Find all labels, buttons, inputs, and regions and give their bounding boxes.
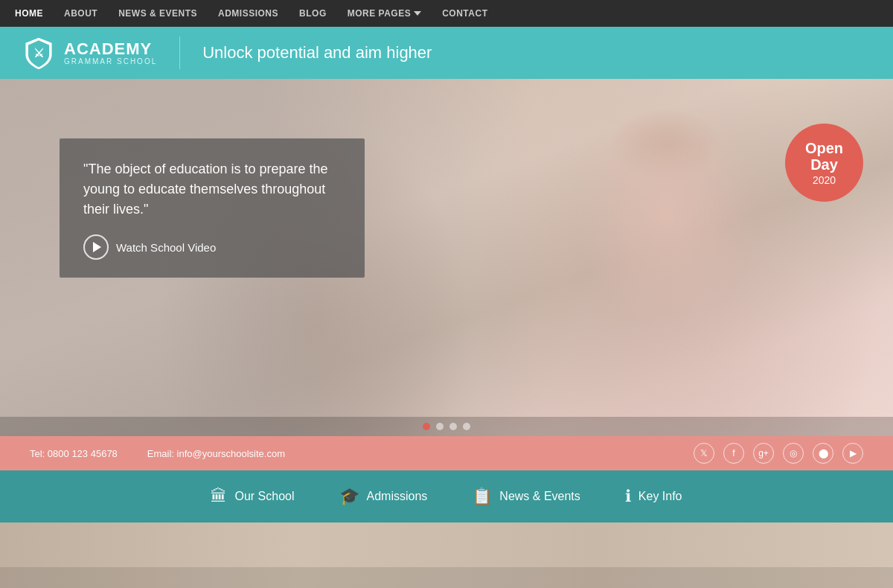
top-navigation: HOME ABOUT NEWS & EVENTS ADMISSIONS BLOG… xyxy=(0,0,893,27)
tel-number: 0800 123 45678 xyxy=(48,448,118,459)
admissions-label: Admissions xyxy=(367,490,428,503)
youtube-icon[interactable]: ▶ xyxy=(842,443,863,464)
bottom-nav-key-info[interactable]: ℹ Key Info xyxy=(625,487,682,506)
svg-text:⚔: ⚔ xyxy=(33,47,44,60)
carousel-dots xyxy=(0,417,893,436)
email-address: info@yourschoolsite.com xyxy=(177,448,285,459)
info-bar: Tel: 0800 123 45678 Email: info@yourscho… xyxy=(0,436,893,470)
flickr-icon[interactable]: ⬤ xyxy=(813,443,833,464)
dot-4[interactable] xyxy=(463,423,470,430)
phone-info: Tel: 0800 123 45678 xyxy=(30,448,118,459)
dot-3[interactable] xyxy=(449,423,457,430)
logo-area: ⚔ ACADEMY GRAMMAR SCHOOL xyxy=(22,36,180,69)
bottom-navigation: 🏛 Our School 🎓 Admissions 📋 News & Event… xyxy=(0,470,893,523)
twitter-icon[interactable]: 𝕏 xyxy=(694,443,714,464)
bottom-nav-news-events[interactable]: 📋 News & Events xyxy=(472,487,580,506)
admissions-icon: 🎓 xyxy=(339,487,359,506)
header-tagline: Unlock potential and aim higher xyxy=(202,43,432,63)
open-day-line2: Day xyxy=(810,156,838,173)
instagram-icon[interactable]: ◎ xyxy=(783,443,804,464)
our-school-icon: 🏛 xyxy=(211,487,227,506)
facebook-icon[interactable]: f xyxy=(723,443,744,464)
key-info-label: Key Info xyxy=(638,490,682,503)
school-name: ACADEMY xyxy=(64,41,157,57)
our-school-label: Our School xyxy=(234,490,294,503)
watch-video-label: Watch School Video xyxy=(116,241,216,254)
play-triangle-icon xyxy=(93,242,101,252)
nav-contact[interactable]: CONTACT xyxy=(442,8,487,19)
nav-home[interactable]: HOME xyxy=(15,8,43,19)
google-plus-icon[interactable]: g+ xyxy=(753,443,774,464)
school-subtitle: GRAMMAR SCHOOL xyxy=(64,57,157,65)
nav-more-pages[interactable]: MORE PAGES xyxy=(348,8,421,19)
logo-text: ACADEMY GRAMMAR SCHOOL xyxy=(64,41,157,65)
nav-news-events[interactable]: NEWS & EVENTS xyxy=(118,8,197,19)
quote-text: "The object of education is to prepare t… xyxy=(83,159,341,220)
dot-2[interactable] xyxy=(436,423,444,430)
bottom-image-strip xyxy=(0,523,893,588)
open-day-badge: Open Day 2020 xyxy=(785,124,863,202)
bottom-nav-admissions[interactable]: 🎓 Admissions xyxy=(339,487,428,506)
news-events-icon: 📋 xyxy=(472,487,492,506)
nav-blog[interactable]: BLOG xyxy=(299,8,327,19)
email-info: Email: info@yourschoolsite.com xyxy=(147,448,285,459)
contact-info: Tel: 0800 123 45678 Email: info@yourscho… xyxy=(30,448,285,459)
social-icons: 𝕏 f g+ ◎ ⬤ ▶ xyxy=(694,443,863,464)
open-day-line1: Open xyxy=(805,140,843,156)
dot-1[interactable] xyxy=(423,423,430,430)
quote-box: "The object of education is to prepare t… xyxy=(60,138,365,278)
news-events-label: News & Events xyxy=(499,490,580,503)
hero-section: "The object of education is to prepare t… xyxy=(0,79,893,436)
open-day-year: 2020 xyxy=(813,174,836,186)
bottom-nav-our-school[interactable]: 🏛 Our School xyxy=(211,487,294,506)
shield-logo-icon: ⚔ xyxy=(22,36,55,69)
watch-video-button[interactable]: Watch School Video xyxy=(83,234,341,260)
site-header: ⚔ ACADEMY GRAMMAR SCHOOL Unlock potentia… xyxy=(0,27,893,79)
nav-about[interactable]: ABOUT xyxy=(64,8,97,19)
nav-admissions[interactable]: ADMISSIONS xyxy=(218,8,278,19)
play-icon xyxy=(83,234,109,260)
key-info-icon: ℹ xyxy=(625,487,631,506)
email-label: Email: xyxy=(147,448,174,459)
tel-label: Tel: xyxy=(30,448,45,459)
